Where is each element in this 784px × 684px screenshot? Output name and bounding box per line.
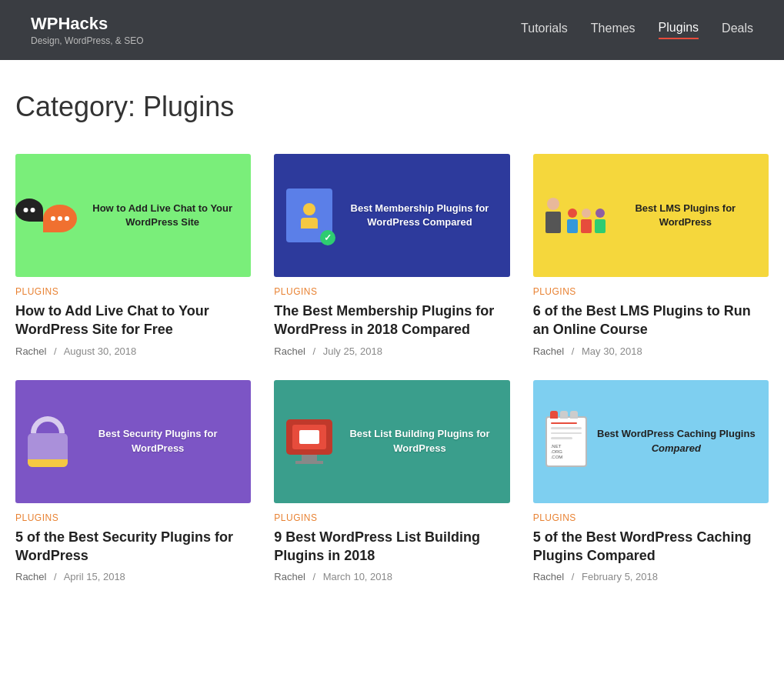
nav-tutorials[interactable]: Tutorials (521, 22, 568, 38)
post-card: ✓ Best Membership Plugins for WordPress … (274, 154, 509, 357)
site-branding: WPHacks Design, WordPress, & SEO (31, 14, 144, 46)
post-card: Best LMS Plugins for WordPress Plugins 6… (533, 154, 769, 357)
separator: / (312, 571, 315, 582)
post-category[interactable]: Plugins (533, 286, 769, 297)
post-meta: Rachel / August 30, 2018 (15, 345, 251, 357)
post-author: Rachel (15, 571, 46, 582)
post-meta: Rachel / April 15, 2018 (15, 571, 251, 582)
posts-grid: How to Add Live Chat to Your WordPress S… (15, 154, 769, 582)
post-thumbnail[interactable]: ✓ Best Membership Plugins for WordPress … (274, 154, 509, 277)
nav-themes[interactable]: Themes (591, 22, 636, 38)
post-author: Rachel (274, 345, 305, 357)
site-nav: Tutorials Themes Plugins Deals (521, 21, 753, 39)
site-tagline: Design, WordPress, & SEO (31, 35, 144, 46)
post-author: Rachel (533, 345, 564, 357)
lms-icon (545, 198, 606, 233)
page-title: Category: Plugins (15, 91, 769, 123)
nav-plugins[interactable]: Plugins (659, 21, 699, 39)
post-card: Best List Building Plugins for WordPress… (274, 380, 509, 583)
post-thumbnail[interactable]: .NET.ORG.COM Best WordPress Caching Plug… (533, 380, 769, 503)
post-thumbnail[interactable]: How to Add Live Chat to Your WordPress S… (15, 154, 251, 277)
post-date: March 10, 2018 (323, 571, 392, 582)
separator: / (572, 345, 575, 357)
post-thumbnail[interactable]: Best Security Plugins for WordPress (15, 380, 251, 503)
post-category[interactable]: Plugins (15, 286, 251, 297)
post-thumbnail[interactable]: Best List Building Plugins for WordPress (274, 380, 509, 503)
separator: / (312, 345, 315, 357)
site-title[interactable]: WPHacks (31, 14, 108, 33)
separator: / (54, 345, 57, 357)
post-date: August 30, 2018 (64, 345, 137, 357)
thumb-text: How to Add Live Chat to Your WordPress S… (86, 202, 239, 229)
post-author: Rachel (15, 345, 46, 357)
post-date: April 15, 2018 (64, 571, 125, 582)
thumb-text: Best Security Plugins for WordPress (77, 427, 239, 455)
post-author: Rachel (274, 571, 305, 582)
nav-deals[interactable]: Deals (722, 22, 753, 38)
chat-icon (28, 199, 77, 232)
thumb-text: Best WordPress Caching Plugins Compared (596, 427, 756, 455)
post-meta: Rachel / March 10, 2018 (274, 571, 509, 582)
post-category[interactable]: Plugins (274, 512, 509, 523)
post-meta: Rachel / February 5, 2018 (533, 571, 769, 582)
post-thumbnail[interactable]: Best LMS Plugins for WordPress (533, 154, 769, 277)
post-title[interactable]: 5 of the Best Security Plugins for WordP… (15, 528, 251, 566)
post-title[interactable]: 6 of the Best LMS Plugins to Run an Onli… (533, 302, 769, 339)
post-meta: Rachel / July 25, 2018 (274, 345, 509, 357)
post-category[interactable]: Plugins (15, 512, 251, 523)
post-meta: Rachel / May 30, 2018 (533, 345, 769, 357)
membership-icon: ✓ (286, 189, 332, 242)
post-card: .NET.ORG.COM Best WordPress Caching Plug… (533, 380, 769, 583)
separator: / (572, 571, 575, 582)
separator: / (54, 571, 57, 582)
site-header: WPHacks Design, WordPress, & SEO Tutoria… (0, 0, 784, 60)
monitor-icon (286, 419, 332, 464)
post-date: May 30, 2018 (582, 345, 642, 357)
caching-icon: .NET.ORG.COM (545, 416, 587, 467)
security-icon (28, 416, 68, 467)
post-title[interactable]: 9 Best WordPress List Building Plugins i… (274, 528, 509, 566)
post-date: February 5, 2018 (582, 571, 658, 582)
thumb-text: Best Membership Plugins for WordPress Co… (342, 202, 497, 229)
post-date: July 25, 2018 (323, 345, 382, 357)
post-title[interactable]: 5 of the Best WordPress Caching Plugins … (533, 528, 769, 566)
post-title[interactable]: How to Add Live Chat to Your WordPress S… (15, 302, 251, 339)
thumb-text: Best LMS Plugins for WordPress (615, 202, 756, 229)
post-category[interactable]: Plugins (274, 286, 509, 297)
post-author: Rachel (533, 571, 564, 582)
post-category[interactable]: Plugins (533, 512, 769, 523)
post-card: Best Security Plugins for WordPress Plug… (15, 380, 251, 583)
thumb-text: Best List Building Plugins for WordPress (342, 427, 497, 455)
post-card: How to Add Live Chat to Your WordPress S… (15, 154, 251, 357)
post-title[interactable]: The Best Membership Plugins for WordPres… (274, 302, 509, 339)
page-content: Category: Plugins (0, 60, 784, 613)
